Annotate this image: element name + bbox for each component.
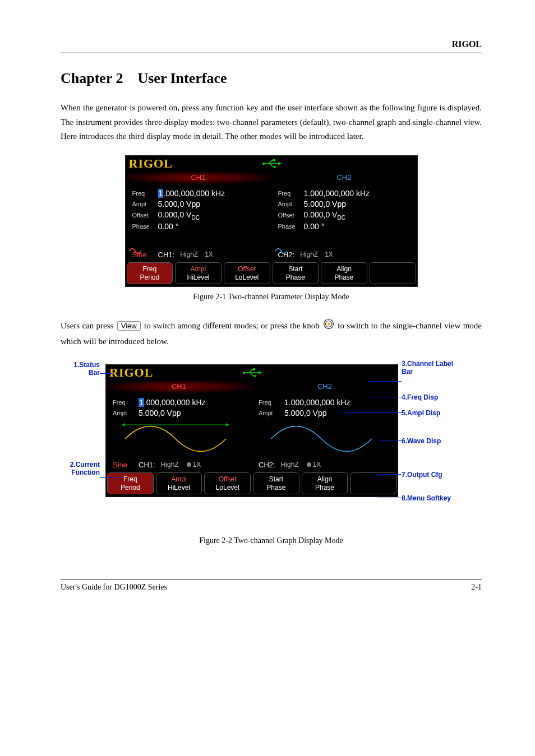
svg-rect-3 (273, 159, 275, 161)
ch2-freq-value[interactable]: 1.000,000,000 kHz (284, 398, 350, 407)
ch2-wave-display (252, 419, 398, 458)
channel-label-bar: CH1 CH2 (126, 171, 417, 184)
softkey-align-phase[interactable]: Align Phase (302, 472, 348, 494)
usb-icon (261, 159, 282, 168)
ch1-label: CH1 (126, 171, 271, 184)
page-header-brand: RIGOL (61, 39, 482, 49)
ch1-offset-value[interactable]: 0.000,0 VDC (158, 210, 200, 221)
ch2-param-col: Freq 1.000,000,000 kHz Ampl 5.000,0 Vpp … (271, 184, 417, 233)
params-area: Freq 1.000,000,000 kHz Ampl 5.000,0 Vpp … (106, 393, 398, 419)
ch1-freq-name: Freq (132, 190, 158, 197)
ch1-freq-value[interactable]: 1.000,000,000 kHz (158, 189, 225, 198)
ch1-atten: 1X (186, 461, 201, 469)
callout-current-function: 2.CurrentFunction (61, 461, 100, 476)
callout-status-bar: 1.StatusBar (61, 361, 100, 377)
ch2-label: CH2 (271, 171, 417, 184)
svg-point-24 (187, 462, 191, 467)
ch1-freq-value[interactable]: 1.000,000,000 kHz (139, 398, 206, 407)
svg-point-4 (274, 166, 276, 168)
ch2-freq-name: Freq (278, 190, 304, 197)
wave-area-blank (126, 233, 417, 248)
channel-label-bar: CH1 CH2 (106, 381, 398, 393)
ch2-ampl-value[interactable]: 5.000,0 Vpp (284, 409, 327, 418)
svg-rect-19 (253, 368, 255, 370)
svg-point-20 (254, 375, 256, 377)
ch2-phase-name: Phase (278, 223, 304, 230)
callout-channel-label: 3.Channel LabelBar (402, 360, 453, 375)
callout-ampl-disp: 5.Ampl Disp (402, 409, 440, 417)
callout-freq-disp: 4.Freq Disp (402, 393, 438, 401)
softkey-offset-lolevel[interactable]: Offset LoLevel (204, 472, 251, 494)
ch2-freq-value[interactable]: 1.000,000,000 kHz (304, 189, 370, 198)
softkey-start-phase[interactable]: Start Phase (253, 472, 299, 494)
softkey-empty[interactable] (350, 472, 396, 494)
device-logo: RIGOL (106, 365, 153, 380)
para-view-switch: Users can press View to switch among dif… (61, 318, 482, 349)
status-bar: RIGOL (106, 365, 398, 381)
svg-point-16 (243, 372, 245, 374)
intro-paragraph: When the generator is powered on, press … (61, 101, 482, 144)
softkey-row: Freq Period Ampl HiLevel Offset LoLevel … (106, 471, 398, 497)
output-config-bar: Sine CH1: HighZ 1X CH2: HighZ 1X (106, 458, 398, 471)
view-key-graphic: View (117, 321, 141, 331)
ch1-param-col: Freq 1.000,000,000 kHz Ampl 5.000,0 Vpp (106, 393, 252, 419)
footer-left: User's Guide for DG1000Z Series (61, 583, 167, 592)
ch2-label: CH2 (252, 381, 398, 393)
usb-icon (242, 368, 262, 377)
ch2-ampl-value[interactable]: 5.000,0 Vpp (304, 200, 347, 208)
footer-page-number: 2-1 (471, 583, 482, 592)
ch2-phase-value[interactable]: 0.00 ° (304, 222, 325, 231)
ch1-phase-name: Phase (132, 223, 158, 230)
callout-wave-disp: 6.Wave Disp (402, 437, 441, 445)
current-function-tag: Sine (113, 461, 127, 469)
ch2-offset-name: Offset (278, 212, 304, 219)
svg-marker-2 (278, 162, 282, 165)
callout-output-cfg: 7.Output Cfg (402, 471, 442, 479)
ch1-param-col: Freq 1.000,000,000 kHz Ampl 5.000,0 Vpp … (126, 184, 271, 233)
ch2-ampl-name: Ampl (278, 201, 304, 207)
status-bar: RIGOL (126, 156, 417, 171)
ch1-label: CH1 (106, 381, 252, 393)
svg-marker-22 (122, 423, 125, 426)
knob-icon (323, 318, 334, 335)
ch1-phase-value[interactable]: 0.00 ° (158, 222, 179, 231)
svg-point-0 (262, 162, 264, 164)
callout-menu-softkey: 8.Menu Softkey (402, 494, 451, 502)
ch1-ampl-name: Ampl (132, 201, 158, 207)
svg-marker-18 (259, 371, 262, 374)
device-screenshot-fig1: RIGOL CH1 CH2 (125, 155, 418, 287)
device-screenshot-fig2: RIGOL C (105, 364, 398, 497)
chapter-title: Chapter 2 User Interface (61, 70, 482, 87)
svg-marker-23 (226, 423, 229, 426)
ch1-ampl-value[interactable]: 5.000,0 Vpp (139, 409, 181, 418)
softkey-ampl-hilevel[interactable]: Ampl HiLevel (156, 472, 202, 494)
ch1-wave-display (106, 419, 252, 458)
softkey-freq-period[interactable]: Freq Period (107, 472, 154, 494)
header-rule (61, 53, 482, 53)
device-logo: RIGOL (126, 156, 173, 171)
ch2-atten: 1X (306, 461, 321, 469)
wave-display-area (106, 419, 398, 458)
figure2-caption: Figure 2-2 Two-channel Graph Display Mod… (61, 536, 482, 545)
figure1-caption: Figure 2-1 Two-channel Parameter Display… (61, 293, 482, 302)
ch2-offset-value[interactable]: 0.000,0 VDC (304, 210, 345, 221)
svg-point-25 (307, 462, 311, 467)
ch1-offset-name: Offset (132, 212, 158, 219)
svg-point-7 (328, 323, 330, 325)
params-area: Freq 1.000,000,000 kHz Ampl 5.000,0 Vpp … (126, 184, 417, 233)
ch1-ampl-value[interactable]: 5.000,0 Vpp (158, 200, 201, 208)
footer-rule (61, 579, 482, 579)
annotated-figure-wrap: RIGOL C (61, 360, 487, 531)
